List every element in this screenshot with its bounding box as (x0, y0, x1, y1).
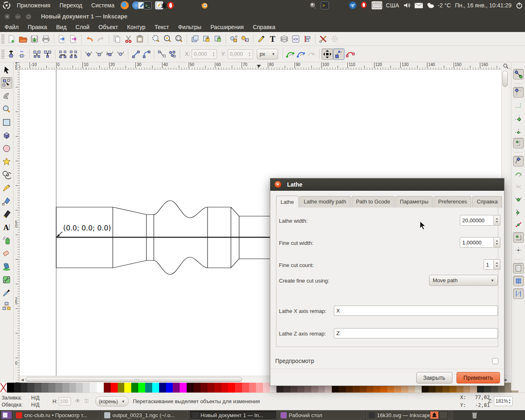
snap-object-center-toggle[interactable] (513, 232, 524, 243)
palette-swatch[interactable] (263, 383, 270, 393)
snap-nodes-toggle[interactable] (513, 156, 524, 167)
preview-checkbox[interactable] (492, 358, 498, 364)
palette-swatch[interactable] (173, 383, 180, 393)
gradient-tool[interactable] (1, 274, 12, 285)
redo-icon[interactable] (95, 33, 107, 45)
palette-swatch[interactable] (187, 383, 194, 393)
toolbar-grip[interactable] (1, 50, 5, 59)
show-outline-toggle[interactable] (345, 48, 356, 60)
zoom-page-icon[interactable] (173, 33, 185, 45)
taskbar-window-button[interactable]: output_0023_1.ngc (~/.o... (101, 411, 188, 420)
palette-swatch[interactable] (215, 383, 221, 393)
opera-tray-icon[interactable] (360, 1, 368, 9)
palette-swatch[interactable] (152, 383, 159, 393)
firefox-launcher-icon[interactable] (121, 1, 129, 9)
dialog-tab[interactable]: Lathe modify path (299, 196, 351, 208)
dialog-tab[interactable]: Справка (472, 196, 502, 208)
preferences-icon[interactable] (317, 33, 329, 45)
snap-page-border-toggle[interactable] (513, 263, 524, 274)
system-menu[interactable]: Система (87, 0, 119, 11)
document-edit-tray-icon[interactable] (137, 1, 145, 9)
palette-swatch[interactable] (242, 383, 249, 393)
lathe-width-input[interactable]: 20,00000▲▼ (460, 215, 494, 226)
paste-icon[interactable] (134, 33, 146, 45)
palette-swatch[interactable] (69, 383, 76, 393)
dialog-tab[interactable]: Параметры (395, 196, 433, 208)
palette-swatch[interactable] (159, 383, 166, 393)
trash-applet-icon[interactable] (471, 411, 478, 419)
dialog-tab[interactable]: Path to Gcode (352, 196, 395, 208)
palette-swatch[interactable] (104, 383, 111, 393)
edit-clip-path-icon[interactable] (285, 49, 296, 59)
calligraphy-tool[interactable] (1, 208, 12, 220)
window-minimize-button[interactable]: — (14, 13, 21, 20)
vertical-scrollbar-thumb[interactable] (502, 71, 508, 87)
palette-swatch[interactable] (14, 383, 21, 393)
workspace-2[interactable] (439, 411, 448, 419)
window-titlebar[interactable]: ✕ — ▢ Новый документ 1 — Inkscape (0, 11, 525, 22)
fill-value[interactable]: Н/Д (31, 395, 39, 402)
applications-menu[interactable]: Приложения (12, 0, 55, 11)
menu-item[interactable]: Контур (123, 22, 150, 32)
join-segment-icon[interactable] (57, 49, 68, 59)
palette-swatch[interactable] (76, 383, 83, 393)
apply-button[interactable]: Применить (457, 372, 500, 383)
palette-swatch[interactable] (55, 383, 62, 393)
export-icon[interactable] (68, 33, 79, 45)
zoom-input[interactable]: 181%▲▼ (494, 396, 513, 406)
palette-swatch[interactable] (41, 383, 48, 393)
window-close-button[interactable]: ✕ (4, 13, 11, 20)
scroll-left-arrow[interactable]: ◀ (21, 378, 24, 382)
zoom-selection-icon[interactable] (150, 33, 162, 45)
lathe-x-remap-input[interactable]: X (334, 306, 498, 316)
zoom-tool[interactable] (1, 103, 12, 115)
flatten-path-icon[interactable] (167, 49, 178, 59)
open-document-icon[interactable] (17, 33, 29, 45)
keyboard-layout-label[interactable]: США (386, 2, 399, 9)
menu-item[interactable]: Расширения (206, 22, 248, 32)
join-nodes-icon[interactable] (42, 49, 53, 59)
palette-swatch[interactable] (180, 383, 187, 393)
close-button[interactable]: Закрыть (416, 372, 452, 383)
paint-bucket-tool[interactable] (1, 261, 12, 272)
line-segment-icon[interactable] (130, 49, 141, 59)
zoom-corner-icon[interactable] (502, 62, 509, 70)
eraser-tool[interactable] (1, 248, 12, 259)
ungroup-icon[interactable] (240, 33, 251, 45)
palette-swatch[interactable] (235, 383, 242, 393)
show-bezier-handles-toggle[interactable] (333, 48, 345, 60)
palette-swatch[interactable] (201, 383, 208, 393)
palette-swatch[interactable] (124, 383, 131, 393)
delete-segment-icon[interactable] (68, 49, 79, 59)
spray-tool[interactable] (1, 235, 12, 246)
align-icon[interactable] (301, 33, 313, 45)
selector-tool[interactable] (1, 64, 12, 75)
clock-label[interactable]: Пн., 16 янв., 10:41:29 (455, 2, 511, 9)
save-document-icon[interactable] (29, 33, 40, 45)
palette-swatch[interactable] (256, 383, 263, 393)
opacity-input[interactable]: 100 (59, 397, 71, 406)
blender-tray-icon[interactable] (200, 1, 208, 9)
menu-item[interactable]: Фильтры (173, 22, 206, 32)
new-document-icon[interactable] (6, 33, 17, 45)
lathe-z-remap-input[interactable]: Z (334, 328, 498, 338)
palette-swatch[interactable] (90, 383, 97, 393)
layers-icon[interactable] (278, 33, 290, 45)
spiral-tool[interactable] (1, 169, 12, 180)
palette-swatch[interactable] (221, 383, 228, 393)
menu-item[interactable]: Объект (94, 22, 123, 32)
menu-item[interactable]: Вид (52, 22, 71, 32)
palette-swatch[interactable] (118, 383, 125, 393)
palette-swatch[interactable] (145, 383, 152, 393)
dialog-close-icon[interactable]: ✕ (274, 181, 281, 188)
palette-swatch[interactable] (166, 383, 173, 393)
connector-tool[interactable] (1, 300, 12, 312)
dropper-tool[interactable] (1, 287, 12, 299)
symmetric-node-icon[interactable] (105, 49, 115, 59)
auto-node-icon[interactable] (115, 49, 126, 59)
undo-icon[interactable] (84, 33, 95, 45)
vertical-ruler[interactable]: 5025025 (14, 62, 20, 383)
object-to-path-icon[interactable] (156, 49, 167, 59)
snap-smooth-node-toggle[interactable] (513, 207, 524, 217)
palette-swatch[interactable] (7, 383, 14, 393)
